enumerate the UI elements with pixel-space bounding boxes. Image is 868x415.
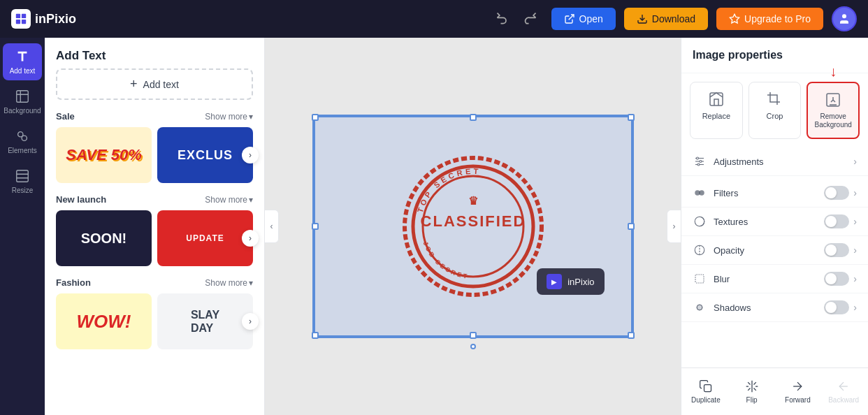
svg-rect-1 bbox=[22, 14, 26, 18]
upgrade-button[interactable]: Upgrade to Pro bbox=[716, 8, 823, 30]
opacity-row[interactable]: Opacity › bbox=[681, 236, 868, 265]
download-button[interactable]: Download bbox=[624, 8, 708, 30]
textures-row[interactable]: Textures › bbox=[681, 208, 868, 236]
section-header-sale: Sale Show more ▾ bbox=[56, 111, 253, 122]
image-properties-title: Image properties bbox=[681, 38, 868, 73]
sidebar-item-background[interactable]: Background bbox=[3, 83, 42, 120]
handle-bottom-right[interactable] bbox=[628, 332, 635, 339]
svg-point-25 bbox=[700, 161, 702, 163]
sidebar-item-add-text[interactable]: Add text bbox=[3, 43, 42, 80]
handle-top-left[interactable] bbox=[312, 114, 319, 121]
collapse-right-button[interactable]: › bbox=[667, 210, 681, 243]
svg-text:♛: ♛ bbox=[468, 195, 478, 207]
play-icon: ▶ bbox=[547, 274, 562, 289]
show-more-newlaunch[interactable]: Show more ▾ bbox=[205, 195, 253, 205]
text-card-save50[interactable]: SAVE 50% bbox=[56, 127, 152, 183]
handle-bottom-mid[interactable] bbox=[470, 332, 477, 339]
text-card-exclus[interactable]: EXCLUS bbox=[157, 127, 253, 183]
crop-card[interactable]: Crop bbox=[748, 82, 802, 139]
sidebar-item-elements[interactable]: Elements bbox=[3, 123, 42, 160]
shadows-icon bbox=[693, 300, 707, 314]
panel-content: Sale Show more ▾ SAVE 50% EXCLUS › New l… bbox=[45, 111, 264, 415]
add-text-button[interactable]: + Add text bbox=[56, 68, 253, 100]
duplicate-button[interactable]: Duplicate bbox=[684, 374, 728, 409]
chevron-down-icon: ▾ bbox=[249, 112, 253, 122]
svg-point-10 bbox=[22, 136, 27, 140]
handle-top-right[interactable] bbox=[628, 114, 635, 121]
show-more-sale[interactable]: Show more ▾ bbox=[205, 112, 253, 122]
svg-point-7 bbox=[842, 14, 846, 18]
adjustments-icon bbox=[693, 154, 707, 168]
handle-rotate[interactable] bbox=[470, 344, 476, 349]
logo-icon bbox=[11, 9, 31, 29]
svg-line-4 bbox=[568, 15, 573, 20]
text-card-wow[interactable]: WOW! bbox=[56, 293, 152, 349]
undo-button[interactable] bbox=[490, 6, 515, 31]
handle-right-mid[interactable] bbox=[628, 223, 635, 230]
replace-card[interactable]: Replace bbox=[690, 82, 743, 139]
textures-icon bbox=[693, 214, 707, 228]
handle-top-mid[interactable] bbox=[470, 114, 477, 121]
right-panel: Image properties Replace Crop bbox=[681, 38, 868, 415]
text-card-soon[interactable]: SOON! bbox=[56, 210, 152, 266]
shadows-toggle[interactable] bbox=[824, 300, 849, 314]
blur-icon bbox=[693, 272, 707, 286]
sidebar-icons: Add text Background Elements Resize bbox=[0, 38, 45, 415]
panel-title: Add Text bbox=[45, 38, 264, 68]
filters-row[interactable]: Filters › bbox=[681, 179, 868, 208]
filters-icon bbox=[693, 186, 707, 200]
logo-area: inPixio bbox=[11, 9, 76, 29]
user-avatar[interactable] bbox=[832, 6, 857, 31]
canvas-wrapper: ♛ CLASSIFIED TOP SECRET JOB SECRET bbox=[312, 115, 634, 338]
svg-marker-6 bbox=[730, 14, 739, 23]
chevron-down-icon: ▾ bbox=[249, 278, 253, 288]
sale-grid: SAVE 50% EXCLUS › bbox=[56, 127, 253, 183]
canvas[interactable]: ♛ CLASSIFIED TOP SECRET JOB SECRET bbox=[312, 115, 634, 338]
blur-toggle[interactable] bbox=[824, 272, 849, 286]
textures-toggle[interactable] bbox=[824, 214, 849, 228]
blur-chevron: › bbox=[853, 273, 857, 284]
svg-rect-34 bbox=[704, 385, 711, 392]
handle-left-mid[interactable] bbox=[312, 223, 319, 230]
remove-background-card[interactable]: Remove Background ↓ bbox=[806, 82, 860, 139]
flip-button[interactable]: Flip bbox=[730, 374, 774, 409]
properties-list: Filters › bbox=[681, 176, 868, 367]
filters-toggle[interactable] bbox=[824, 186, 849, 200]
fashion-next-arrow[interactable]: › bbox=[242, 313, 259, 330]
bottom-actions: Duplicate Flip Forward Ba bbox=[681, 367, 868, 415]
backward-button[interactable]: Backward bbox=[822, 374, 865, 409]
shadows-row[interactable]: Shadows › bbox=[681, 293, 868, 322]
left-panel: Add Text + Add text Sale Show more ▾ SAV… bbox=[45, 38, 265, 415]
open-button[interactable]: Open bbox=[551, 8, 616, 30]
text-card-slayday[interactable]: SLAYDAY bbox=[157, 293, 253, 349]
newlaunch-grid: SOON! UPDATE › bbox=[56, 210, 253, 266]
textures-chevron: › bbox=[853, 216, 857, 227]
blur-row[interactable]: Blur › bbox=[681, 265, 868, 293]
svg-rect-3 bbox=[22, 20, 26, 24]
shadows-chevron: › bbox=[853, 302, 857, 313]
sidebar-item-resize[interactable]: Resize bbox=[3, 163, 42, 200]
sale-next-arrow[interactable]: › bbox=[242, 147, 259, 163]
undo-redo-group bbox=[490, 6, 543, 31]
watermark: ▶ inPixio bbox=[537, 268, 604, 295]
newlaunch-next-arrow[interactable]: › bbox=[242, 230, 259, 247]
adjustments-chevron: › bbox=[853, 156, 857, 167]
opacity-toggle[interactable] bbox=[824, 243, 849, 257]
adjustments-row[interactable]: Adjustments › bbox=[681, 147, 868, 176]
collapse-left-button[interactable]: ‹ bbox=[265, 210, 279, 243]
main-layout: Add text Background Elements Resize A bbox=[0, 38, 868, 415]
stamp-image: ♛ CLASSIFIED TOP SECRET JOB SECRET bbox=[400, 153, 547, 300]
forward-button[interactable]: Forward bbox=[776, 374, 820, 409]
text-card-update[interactable]: UPDATE bbox=[157, 210, 253, 266]
svg-rect-0 bbox=[16, 14, 20, 18]
show-more-fashion[interactable]: Show more ▾ bbox=[205, 278, 253, 288]
handle-bottom-left[interactable] bbox=[312, 332, 319, 339]
redo-button[interactable] bbox=[518, 6, 543, 31]
opacity-icon bbox=[693, 243, 707, 257]
section-header-fashion: Fashion Show more ▾ bbox=[56, 277, 253, 288]
svg-point-28 bbox=[699, 190, 704, 196]
fashion-grid: WOW! SLAYDAY › bbox=[56, 293, 253, 349]
chevron-down-icon: ▾ bbox=[249, 195, 253, 205]
opacity-chevron: › bbox=[853, 245, 857, 256]
section-header-newlaunch: New launch Show more ▾ bbox=[56, 194, 253, 205]
